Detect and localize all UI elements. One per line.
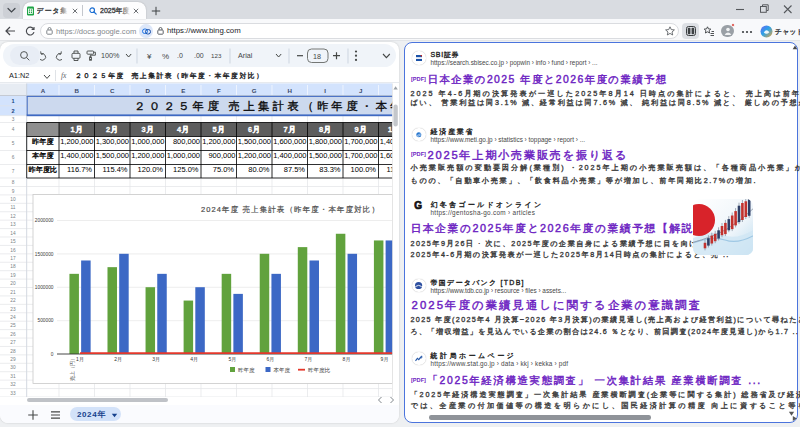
svg-text:1,000,000: 1,000,000 [131,137,164,146]
svg-text:G: G [252,86,257,93]
svg-text:昨年度: 昨年度 [32,137,54,146]
svg-text:¥: ¥ [146,51,152,60]
svg-text:24: 24 [10,314,16,319]
svg-text:13: 13 [10,222,16,227]
svg-text:9月: 9月 [355,124,368,133]
svg-text:30: 30 [10,365,16,370]
svg-text:1月: 1月 [71,124,84,133]
svg-text:1,500,000: 1,500,000 [238,137,271,146]
svg-text:80.0%: 80.0% [248,164,270,173]
svg-text:H: H [288,86,293,93]
svg-text:1,800,000: 1,800,000 [309,137,342,146]
svg-text:120.0%: 120.0% [138,164,164,173]
svg-text:115.4%: 115.4% [103,164,128,173]
svg-text:1000000: 1000000 [35,285,54,290]
svg-text:1,500,000: 1,500,000 [96,151,129,160]
svg-text:22: 22 [10,298,16,303]
svg-text:32: 32 [10,382,16,387]
svg-text:28: 28 [10,348,16,353]
svg-text:.0: .0 [177,52,183,59]
svg-text:1,600,000: 1,600,000 [273,137,306,146]
svg-text:A: A [41,86,46,93]
svg-text:9: 9 [12,188,15,193]
svg-text:1,700,000: 1,700,000 [344,151,377,160]
svg-text:75.0%: 75.0% [213,164,235,173]
svg-text:.00: .00 [194,52,204,59]
svg-text:27: 27 [10,340,16,345]
svg-text:23: 23 [10,306,16,311]
svg-text:12: 12 [10,213,16,218]
svg-text:1,200,000: 1,200,000 [238,151,271,160]
svg-text:F: F [217,86,221,93]
svg-text:8月: 8月 [319,124,332,133]
svg-text:123: 123 [211,51,222,58]
svg-text:87.5%: 87.5% [284,164,306,173]
svg-text:昨年度比: 昨年度比 [29,164,58,173]
svg-text:1,500,000: 1,500,000 [309,151,342,160]
svg-text:2: 2 [11,107,14,113]
svg-text:1500000: 1500000 [35,251,54,256]
svg-text:3: 3 [12,116,15,121]
svg-text:100.0%: 100.0% [351,164,377,173]
svg-text:500000: 500000 [37,318,53,323]
svg-text:20: 20 [10,281,16,286]
svg-text:4月: 4月 [177,124,190,133]
svg-text:2024年度 売上集計表（昨年度・本年度対比）: 2024年度 売上集計表（昨年度・本年度対比） [201,205,380,214]
svg-text:D: D [146,86,151,93]
svg-text:2月: 2月 [106,124,119,133]
svg-text:26: 26 [10,331,16,336]
svg-text:18: 18 [10,264,16,269]
svg-text:6月: 6月 [266,355,274,362]
svg-text:31: 31 [10,373,16,378]
svg-text:C: C [110,86,115,93]
svg-text:100%: 100% [101,51,120,60]
svg-text:21: 21 [10,289,16,294]
svg-text:売上（円）: 売上（円） [69,356,76,381]
svg-text:10月: 10月 [388,125,399,133]
svg-text:1,200,000: 1,200,000 [202,137,235,146]
svg-text:J: J [359,86,363,93]
svg-text:7月: 7月 [284,124,297,133]
svg-text:5: 5 [12,141,15,146]
svg-text:11: 11 [11,205,16,210]
svg-text:1,400,000: 1,400,000 [273,151,306,160]
svg-text:本年度: 本年度 [32,151,54,160]
svg-text:2000000: 2000000 [35,218,54,223]
svg-text:6月: 6月 [248,124,261,133]
svg-text:2月: 2月 [114,355,122,362]
svg-text:3月: 3月 [152,355,160,362]
svg-text:7月: 7月 [305,355,313,362]
svg-text:19: 19 [10,272,16,277]
svg-text:15: 15 [10,239,16,244]
svg-text:1,700,000: 1,700,000 [344,137,377,146]
svg-text:1: 1 [11,97,14,103]
svg-text:1,200,000: 1,200,000 [60,137,93,146]
svg-text:0: 0 [51,351,54,356]
svg-text:２０２５年度 売上集計表（昨年度・本年度対比）: ２０２５年度 売上集計表（昨年度・本年度対比） [134,99,399,111]
svg-text:116.7%: 116.7% [67,164,92,173]
svg-text:Arial: Arial [238,51,253,60]
svg-text:1,400,000: 1,400,000 [380,137,399,146]
svg-text:17: 17 [10,256,16,261]
svg-text:1,300,000: 1,300,000 [96,137,129,146]
svg-text:昨年度比: 昨年度比 [308,367,331,374]
svg-text:9月: 9月 [381,355,389,362]
svg-text:昨年度: 昨年度 [238,367,255,374]
svg-text:14: 14 [10,230,16,235]
svg-text:5月: 5月 [228,355,236,362]
svg-text:25: 25 [10,323,16,328]
svg-text:8月: 8月 [343,355,351,362]
svg-text:6: 6 [12,155,15,160]
svg-text:5月: 5月 [213,124,226,133]
svg-text:125.0%: 125.0% [173,164,199,173]
svg-text:1,200,000: 1,200,000 [131,151,164,160]
svg-text:33: 33 [10,390,16,395]
svg-text:800,000: 800,000 [173,137,200,146]
svg-text:E: E [181,86,185,93]
svg-text:7: 7 [12,169,15,174]
svg-text:8: 8 [12,180,15,185]
svg-text:900,000: 900,000 [208,151,235,160]
svg-text:29: 29 [10,357,16,362]
svg-text:4月: 4月 [190,355,198,362]
svg-text:I: I [324,86,326,93]
